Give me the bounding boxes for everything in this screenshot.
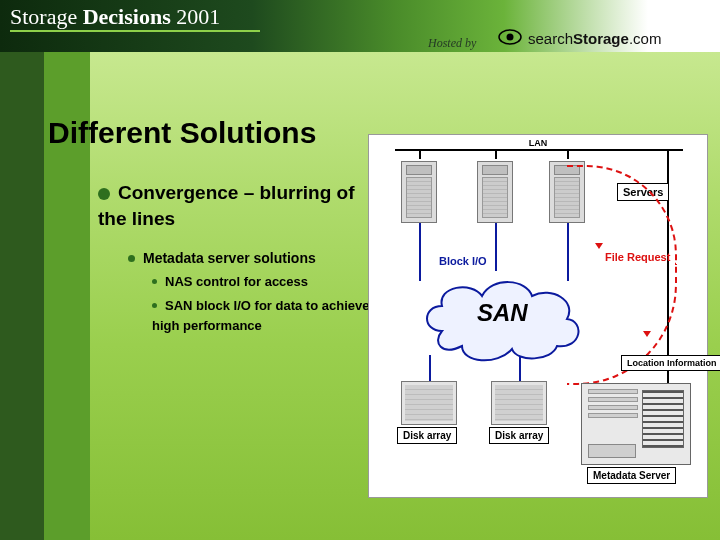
bullet-sub1: Metadata server solutions [128,248,378,269]
san-disk-line [429,355,431,383]
bullet-sub1-text: Metadata server solutions [143,250,316,266]
bullet-icon [128,255,135,262]
metadata-server-icon [581,383,691,465]
slide-body: Different Solutions Convergence – blurri… [0,52,720,540]
block-io-label: Block I/O [439,255,487,267]
disk-array-label: Disk array [397,427,457,444]
bullet-sub2a: NAS control for access [152,272,382,292]
file-request-path [567,165,677,265]
lan-tick [567,149,569,159]
bullet-sub2b-text: SAN block I/O for data to achieve high p… [152,298,369,333]
sponsor-suffix: .com [629,30,662,47]
lan-tick [419,149,421,159]
brand-bold: Decisions [83,4,171,29]
server-icon [401,161,437,223]
disk-array-icon [401,381,457,425]
bullet-icon [98,188,110,200]
lan-bus-line [395,149,683,151]
sponsor-bold: Storage [573,30,629,47]
lan-label: LAN [529,138,548,148]
arrow-icon [595,243,603,249]
metadata-server-label: Metadata Server [587,467,676,484]
bullet-sub2b: SAN block I/O for data to achieve high p… [152,296,382,336]
arrow-icon [643,331,651,337]
location-info-label: Location Information [621,355,720,371]
bullet-icon [152,279,157,284]
san-disk-line [519,357,521,383]
brand-prefix: Storage [10,4,77,29]
disk-array-label: Disk array [489,427,549,444]
disk-array-icon [491,381,547,425]
left-strip-dark [0,52,44,540]
server-icon [477,161,513,223]
san-label: SAN [477,299,528,327]
eye-icon [498,28,522,46]
block-io-line [495,223,497,271]
architecture-diagram: LAN Servers Block I/O File Request SAN L… [368,134,708,498]
lan-tick [495,149,497,159]
header-brand: Storage Decisions 2001 [10,4,220,30]
slide-title: Different Solutions [48,116,316,150]
bullet-main-text: Convergence – blurring of the lines [98,182,354,229]
sponsor-logo-text: searchStorage.com [528,30,661,47]
bullet-icon [152,303,157,308]
bullet-sub2a-text: NAS control for access [165,274,308,289]
brand-underline [10,30,260,32]
hosted-by-label: Hosted by [428,36,476,51]
sponsor-prefix: search [528,30,573,47]
svg-point-1 [507,34,514,41]
bullet-main: Convergence – blurring of the lines [98,180,368,231]
header-bar: Storage Decisions 2001 Hosted by searchS… [0,0,720,52]
brand-year: 2001 [176,4,220,29]
